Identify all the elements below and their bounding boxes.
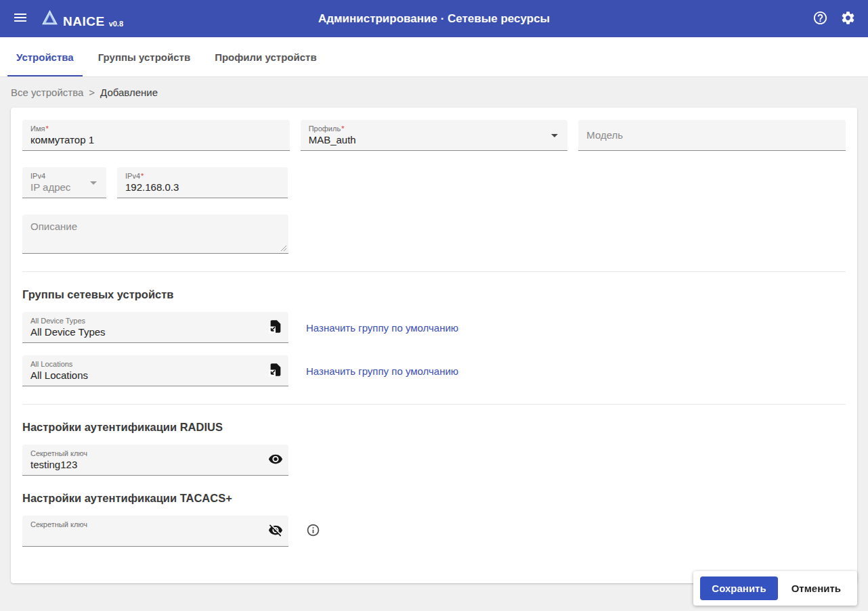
section-title-device-groups: Группы сетевых устройств xyxy=(22,288,846,301)
cancel-button[interactable]: Отменить xyxy=(782,576,850,600)
divider xyxy=(22,404,846,405)
file-select-icon xyxy=(268,319,283,336)
menu-button[interactable] xyxy=(9,7,31,30)
breadcrumb-root-link[interactable]: Все устройства xyxy=(11,87,83,98)
logo-text: NAICE xyxy=(63,14,105,29)
description-input[interactable] xyxy=(30,221,280,250)
ip-type-value: IP адрес xyxy=(30,181,98,194)
location-group-value: All Locations xyxy=(30,369,257,382)
radius-secret-input[interactable] xyxy=(30,458,257,472)
ip-address-field[interactable]: IPv4* xyxy=(117,167,288,198)
section-title-radius: Настройки аутентификации RADIUS xyxy=(22,421,846,434)
hamburger-icon xyxy=(12,9,28,28)
save-button[interactable]: Сохранить xyxy=(700,576,777,600)
chevron-down-icon xyxy=(551,134,558,137)
name-input[interactable] xyxy=(30,133,282,147)
description-field[interactable] xyxy=(22,214,288,254)
required-mark: * xyxy=(45,125,48,133)
model-field[interactable] xyxy=(578,120,846,151)
tacacs-info-button[interactable] xyxy=(306,523,320,539)
location-group-row: All Locations All Locations Назначить гр… xyxy=(22,355,846,386)
tacacs-secret-input[interactable] xyxy=(30,529,257,543)
ip-address-input[interactable] xyxy=(125,181,280,194)
gear-icon xyxy=(840,10,856,28)
profile-select[interactable]: Профиль* MAB_auth xyxy=(301,120,568,151)
tab-device-groups[interactable]: Группы устройств xyxy=(89,37,199,76)
select-group-button[interactable] xyxy=(267,361,284,380)
chevron-down-icon xyxy=(90,181,97,185)
radius-secret-row: Секретный ключ xyxy=(22,445,846,476)
assign-default-group-link[interactable]: Назначить группу по умолчанию xyxy=(306,365,458,377)
help-icon xyxy=(812,10,828,28)
breadcrumb-separator: > xyxy=(89,87,95,98)
toggle-password-visibility-button[interactable] xyxy=(267,450,284,470)
eye-off-icon xyxy=(268,522,283,539)
naice-logo-icon xyxy=(41,9,59,29)
select-group-button[interactable] xyxy=(267,317,284,337)
device-form-card: Имя* Профиль* MAB_auth IPv4 IP адрес IPv… xyxy=(11,108,857,583)
location-group-label: All Locations xyxy=(30,359,280,369)
assign-default-group-link[interactable]: Назначить группу по умолчанию xyxy=(306,322,458,334)
device-type-group-label: All Device Types xyxy=(30,316,280,325)
device-type-group-field[interactable]: All Device Types All Device Types xyxy=(22,312,288,343)
model-input[interactable] xyxy=(586,129,838,142)
tacacs-secret-label: Секретный ключ xyxy=(30,520,280,529)
toggle-password-visibility-button[interactable] xyxy=(267,521,284,541)
tab-device-profiles[interactable]: Профили устройств xyxy=(206,37,325,76)
help-button[interactable] xyxy=(810,7,831,30)
tacacs-secret-row: Секретный ключ xyxy=(22,516,846,547)
location-group-field[interactable]: All Locations All Locations xyxy=(22,355,288,386)
tab-devices[interactable]: Устройства xyxy=(7,37,83,76)
required-mark: * xyxy=(341,125,344,133)
profile-label: Профиль* xyxy=(309,124,560,133)
radius-secret-field[interactable]: Секретный ключ xyxy=(22,445,288,476)
logo: NAICE v0.8 xyxy=(41,9,123,29)
resize-handle[interactable] xyxy=(280,244,286,251)
ip-type-label: IPv4 xyxy=(30,171,98,181)
logo-version: v0.8 xyxy=(109,19,123,29)
action-bar: Сохранить Отменить xyxy=(693,571,857,606)
breadcrumb: Все устройства > Добавление xyxy=(0,77,868,108)
file-select-icon xyxy=(268,362,283,379)
required-mark: * xyxy=(141,172,144,180)
ip-address-label: IPv4* xyxy=(125,171,280,181)
tab-bar: Устройства Группы устройств Профили устр… xyxy=(0,37,868,77)
device-type-group-value: All Device Types xyxy=(30,325,257,339)
section-title-tacacs: Настройки аутентификации TACACS+ xyxy=(22,492,846,505)
page-title: Администрирование · Сетевые ресурсы xyxy=(318,12,550,26)
name-label: Имя* xyxy=(30,124,282,133)
device-type-group-row: All Device Types All Device Types Назнач… xyxy=(22,312,846,343)
profile-value: MAB_auth xyxy=(309,133,560,147)
tacacs-secret-field[interactable]: Секретный ключ xyxy=(22,516,288,547)
breadcrumb-current: Добавление xyxy=(100,87,158,98)
name-field[interactable]: Имя* xyxy=(22,120,290,151)
ip-type-select[interactable]: IPv4 IP адрес xyxy=(22,167,106,198)
divider xyxy=(22,271,846,272)
settings-button[interactable] xyxy=(838,7,859,30)
radius-secret-label: Секретный ключ xyxy=(30,449,280,458)
app-bar: NAICE v0.8 Администрирование · Сетевые р… xyxy=(0,0,868,37)
info-icon xyxy=(306,523,320,539)
eye-icon xyxy=(268,451,283,468)
